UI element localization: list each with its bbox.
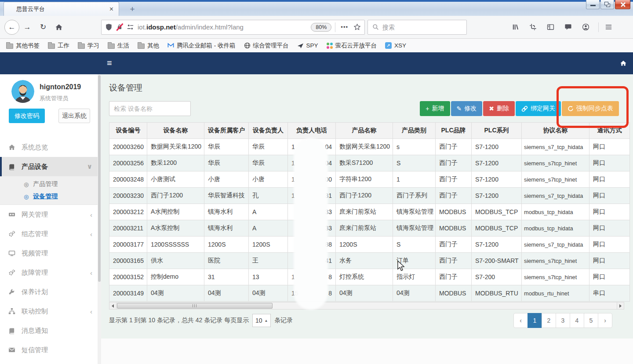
forward-button[interactable]: → (19, 20, 35, 35)
scroll-right-button[interactable] (617, 302, 624, 309)
change-password-button[interactable]: 修改密码 (9, 109, 45, 123)
table-row[interactable]: 200003230西门子1200华辰智通科技孔 131 西门子1200西门子系列… (109, 188, 630, 204)
bookmark-tencent-mail[interactable]: 腾讯企业邮箱 - 收件箱 (167, 42, 236, 50)
sidebar-item-device-mgmt[interactable]: ◎ 设备管理 (0, 190, 101, 203)
sidebar-item-notification[interactable]: 消息通知 (0, 321, 101, 340)
sidebar-item-label: 网关管理 (22, 211, 48, 219)
bookmark-folder-other[interactable]: 其他书签 (6, 42, 40, 50)
sidebar-toggle-icon[interactable] (547, 23, 554, 31)
sidebar-item-config[interactable]: 组态管理 ‹ (0, 224, 101, 244)
scrollbar-thumb[interactable] (117, 303, 273, 309)
table-toolbar: + 新增 ✎ 修改 ✖ 删除 绑定网关 强制同步点表 (109, 101, 629, 116)
table-row[interactable]: 200003152控制demo3113 18 灯控系统指示灯西门子S7-200s… (109, 269, 630, 285)
avatar (11, 80, 34, 103)
screenshot-icon[interactable] (529, 23, 537, 31)
reload-button[interactable]: ↻ (35, 20, 51, 35)
edit-button[interactable]: ✎ 修改 (451, 101, 483, 116)
bookmark-folder-misc[interactable]: 其他 (138, 42, 159, 50)
pagination-page-3[interactable]: 3 (556, 313, 570, 328)
menu-hamburger-icon[interactable] (605, 23, 612, 31)
table-row[interactable]: 200003211A水泵控制镇海水利A 33 庶来门前泵站镇海泵站管理MODBU… (109, 220, 630, 237)
bookmark-spy[interactable]: SPY (297, 42, 318, 49)
scroll-left-button[interactable] (109, 302, 116, 309)
column-header[interactable]: PLC品牌 (436, 123, 472, 139)
horizontal-scrollbar[interactable] (109, 302, 624, 309)
minimize-button[interactable] (586, 0, 600, 9)
device-search-input[interactable] (109, 101, 191, 116)
pagination-page-5[interactable]: 5 (584, 313, 598, 328)
column-header[interactable]: 设备编号 (109, 123, 147, 139)
bind-gateway-button[interactable]: 绑定网关 (516, 101, 561, 116)
column-header[interactable]: 设备负责人 (249, 123, 288, 139)
pagination-page-2[interactable]: 2 (542, 313, 556, 328)
insecure-lock-icon[interactable] (116, 23, 123, 31)
table-row[interactable]: 200003165供水医院王 41 水务订单西门子S7-200-SMARTsie… (109, 253, 630, 269)
gears-icon (8, 230, 15, 237)
table-row[interactable]: 200003260数据网关采集1200华辰华辰 104 数据网关采集1200s西… (109, 139, 630, 155)
restore-button[interactable] (600, 0, 614, 9)
sidebar-item-product-mgmt[interactable]: ◎ 产品管理 (0, 178, 101, 190)
add-button[interactable]: + 新增 (420, 101, 450, 116)
back-button[interactable]: ← (4, 20, 19, 35)
browser-search-input[interactable] (382, 24, 462, 31)
sidebar-item-sms[interactable]: 短信管理 (0, 340, 101, 360)
table-row[interactable]: 200003256数采1200华辰华辰 104 数采S71200S西门子S7-1… (109, 155, 630, 171)
browser-search-box[interactable] (367, 20, 467, 35)
sidebar-scrollbar[interactable] (98, 74, 101, 364)
permissions-icon[interactable] (127, 23, 134, 31)
bookmark-xsy[interactable]: ↗ XSY (385, 42, 406, 49)
table-row[interactable]: 200003248小唐测试小唐小唐 100 字符串12001西门子S7-1200… (109, 171, 630, 188)
url-text[interactable]: iot.idosp.net/admin/index.html?lang (138, 23, 307, 32)
window-titlebar[interactable]: 思普云平台 × + (0, 0, 633, 16)
sidebar-item-product-device[interactable]: 产品设备 ∨ (0, 157, 101, 176)
account-icon[interactable] (582, 23, 589, 31)
pagination-next[interactable]: › (598, 313, 612, 328)
annotation-highlight-box (557, 86, 629, 128)
new-tab-button[interactable]: + (127, 4, 138, 14)
tab-close-icon[interactable]: × (109, 6, 114, 13)
column-header[interactable]: PLC系列 (472, 123, 522, 139)
sidebar-item-video[interactable]: 视频管理 (0, 244, 101, 263)
home-button[interactable] (51, 20, 67, 35)
bookmark-star-icon[interactable] (353, 23, 361, 31)
delete-button[interactable]: ✖ 删除 (483, 101, 515, 116)
table-row[interactable]: 200003212A水闸控制镇海水利A 33 庶来门前泵站镇海泵站管理MODBU… (109, 204, 630, 220)
column-header[interactable]: 设备所属客户 (204, 123, 249, 139)
table-row[interactable]: 2000031771200SSSSSS1200S1200S 88 1200SS西… (109, 237, 630, 253)
sidebar-item-fault[interactable]: 故障管理 ‹ (0, 263, 101, 282)
logout-button[interactable]: 退出系统 (58, 109, 90, 123)
sidebar-item-maintenance[interactable]: 保养计划 (0, 282, 101, 302)
pagination-page-4[interactable]: 4 (570, 313, 584, 328)
pagination-prev[interactable]: ‹ (513, 313, 528, 328)
library-icon[interactable] (512, 23, 519, 31)
pagination-page-1[interactable]: 1 (528, 313, 542, 328)
sidebar-item-workshop[interactable]: 车间管理 (0, 360, 101, 364)
bookmark-folder-work[interactable]: 工作 (48, 42, 69, 50)
column-header[interactable]: 设备名称 (147, 123, 204, 139)
url-bar[interactable]: iot.idosp.net/admin/index.html?lang 80% … (101, 20, 365, 35)
page-size-select[interactable]: 10 ▲ (252, 314, 271, 327)
sidebar-item-overview[interactable]: 系统总览 (0, 138, 101, 157)
bookmark-ezviz[interactable]: 萤石云开放平台 (327, 42, 377, 50)
column-header[interactable]: 负责人电话 (288, 123, 336, 139)
column-header[interactable]: 产品类别 (393, 123, 436, 139)
zoom-level-badge[interactable]: 80% (311, 23, 331, 32)
sidebar-item-label: 组态管理 (22, 230, 48, 238)
sidebar-item-gateway[interactable]: 网关管理 ‹ (0, 205, 101, 224)
sidebar-item-linkage[interactable]: 联动控制 ‹ (0, 302, 101, 321)
bookmark-mgmt-platform[interactable]: 综合管理平台 (244, 42, 289, 50)
bookmark-folder-life[interactable]: 生活 (108, 42, 129, 50)
table-row[interactable]: 20000314904测04测04测 158 04测04测MODBUSMODBU… (109, 285, 630, 302)
app-home-icon[interactable] (620, 60, 627, 67)
scrollbar-thumb[interactable] (98, 75, 101, 282)
browser-tab[interactable]: 思普云平台 × (4, 2, 119, 16)
search-icon (372, 24, 379, 30)
bookmark-folder-study[interactable]: 学习 (78, 42, 99, 50)
book-icon (8, 164, 15, 170)
close-button[interactable] (615, 0, 630, 9)
column-header[interactable]: 产品名称 (336, 123, 393, 139)
chat-bubble-icon[interactable] (564, 23, 572, 31)
page-actions-icon[interactable]: ••• (339, 24, 350, 30)
chevron-down-icon: ∨ (87, 163, 92, 171)
sidebar-collapse-icon[interactable]: ≡ (107, 58, 112, 68)
